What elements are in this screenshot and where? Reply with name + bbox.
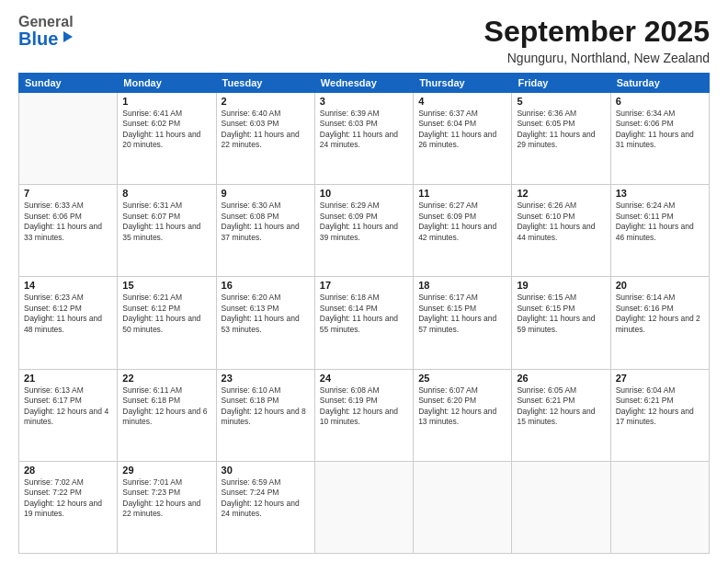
calendar-cell: 24Sunrise: 6:08 AMSunset: 6:19 PMDayligh… <box>314 369 413 461</box>
calendar-cell <box>512 461 610 553</box>
day-number: 25 <box>418 373 506 384</box>
week-row-0: 1Sunrise: 6:41 AMSunset: 6:02 PMDaylight… <box>19 93 710 185</box>
day-number: 2 <box>222 96 310 107</box>
month-title: September 2025 <box>484 15 710 49</box>
calendar-cell: 15Sunrise: 6:21 AMSunset: 6:12 PMDayligh… <box>118 277 216 369</box>
day-number: 11 <box>418 188 506 199</box>
calendar-cell <box>414 461 512 553</box>
calendar-header-row: SundayMondayTuesdayWednesdayThursdayFrid… <box>19 74 710 93</box>
calendar-cell: 17Sunrise: 6:18 AMSunset: 6:14 PMDayligh… <box>314 277 413 369</box>
day-number: 28 <box>24 465 112 476</box>
calendar-cell: 1Sunrise: 6:41 AMSunset: 6:02 PMDaylight… <box>118 93 216 185</box>
day-number: 26 <box>517 373 605 384</box>
calendar-cell: 25Sunrise: 6:07 AMSunset: 6:20 PMDayligh… <box>414 369 512 461</box>
day-number: 17 <box>320 280 408 291</box>
cell-info: Sunrise: 6:30 AMSunset: 6:08 PMDaylight:… <box>222 201 310 243</box>
calendar-cell: 12Sunrise: 6:26 AMSunset: 6:10 PMDayligh… <box>512 185 610 277</box>
calendar-cell: 22Sunrise: 6:11 AMSunset: 6:18 PMDayligh… <box>118 369 216 461</box>
col-header-saturday: Saturday <box>610 74 709 93</box>
day-number: 20 <box>616 280 704 291</box>
day-number: 13 <box>616 188 704 199</box>
calendar-cell: 8Sunrise: 6:31 AMSunset: 6:07 PMDaylight… <box>118 185 216 277</box>
page: General Blue September 2025 Ngunguru, No… <box>0 0 728 563</box>
title-area: September 2025 Ngunguru, Northland, New … <box>484 15 710 65</box>
calendar-cell: 3Sunrise: 6:39 AMSunset: 6:03 PMDaylight… <box>314 93 413 185</box>
day-number: 5 <box>517 96 605 107</box>
calendar-cell: 6Sunrise: 6:34 AMSunset: 6:06 PMDaylight… <box>610 93 709 185</box>
week-row-3: 21Sunrise: 6:13 AMSunset: 6:17 PMDayligh… <box>19 369 710 461</box>
cell-info: Sunrise: 6:29 AMSunset: 6:09 PMDaylight:… <box>320 201 408 243</box>
cell-info: Sunrise: 6:27 AMSunset: 6:09 PMDaylight:… <box>418 201 506 243</box>
calendar-cell <box>314 461 413 553</box>
location: Ngunguru, Northland, New Zealand <box>484 51 710 65</box>
cell-info: Sunrise: 7:01 AMSunset: 7:23 PMDaylight:… <box>122 477 210 520</box>
calendar-cell: 16Sunrise: 6:20 AMSunset: 6:13 PMDayligh… <box>216 277 314 369</box>
calendar-cell: 4Sunrise: 6:37 AMSunset: 6:04 PMDaylight… <box>414 93 512 185</box>
cell-info: Sunrise: 6:37 AMSunset: 6:04 PMDaylight:… <box>418 109 506 151</box>
cell-info: Sunrise: 6:39 AMSunset: 6:03 PMDaylight:… <box>320 109 408 151</box>
calendar-cell: 20Sunrise: 6:14 AMSunset: 6:16 PMDayligh… <box>610 277 709 369</box>
cell-info: Sunrise: 6:18 AMSunset: 6:14 PMDaylight:… <box>320 293 408 335</box>
day-number: 23 <box>222 373 310 384</box>
cell-info: Sunrise: 6:26 AMSunset: 6:10 PMDaylight:… <box>517 201 605 243</box>
day-number: 18 <box>418 280 506 291</box>
calendar-cell: 19Sunrise: 6:15 AMSunset: 6:15 PMDayligh… <box>512 277 610 369</box>
cell-info: Sunrise: 6:24 AMSunset: 6:11 PMDaylight:… <box>616 201 704 243</box>
cell-info: Sunrise: 6:04 AMSunset: 6:21 PMDaylight:… <box>616 385 704 428</box>
cell-info: Sunrise: 6:40 AMSunset: 6:03 PMDaylight:… <box>222 109 310 151</box>
cell-info: Sunrise: 6:17 AMSunset: 6:15 PMDaylight:… <box>418 293 506 335</box>
day-number: 3 <box>320 96 408 107</box>
cell-info: Sunrise: 6:21 AMSunset: 6:12 PMDaylight:… <box>122 293 210 335</box>
week-row-2: 14Sunrise: 6:23 AMSunset: 6:12 PMDayligh… <box>19 277 710 369</box>
logo-arrow-icon <box>60 29 76 45</box>
logo-general: General <box>18 15 76 29</box>
svg-marker-0 <box>63 31 73 42</box>
calendar-cell: 10Sunrise: 6:29 AMSunset: 6:09 PMDayligh… <box>314 185 413 277</box>
calendar-cell: 13Sunrise: 6:24 AMSunset: 6:11 PMDayligh… <box>610 185 709 277</box>
calendar-cell: 9Sunrise: 6:30 AMSunset: 6:08 PMDaylight… <box>216 185 314 277</box>
week-row-1: 7Sunrise: 6:33 AMSunset: 6:06 PMDaylight… <box>19 185 710 277</box>
day-number: 1 <box>122 96 210 107</box>
calendar-cell: 5Sunrise: 6:36 AMSunset: 6:05 PMDaylight… <box>512 93 610 185</box>
cell-info: Sunrise: 6:15 AMSunset: 6:15 PMDaylight:… <box>517 293 605 335</box>
cell-info: Sunrise: 6:33 AMSunset: 6:06 PMDaylight:… <box>24 201 112 243</box>
cell-info: Sunrise: 6:11 AMSunset: 6:18 PMDaylight:… <box>122 385 210 428</box>
day-number: 27 <box>616 373 704 384</box>
calendar-table: SundayMondayTuesdayWednesdayThursdayFrid… <box>18 73 710 554</box>
cell-info: Sunrise: 6:31 AMSunset: 6:07 PMDaylight:… <box>122 201 210 243</box>
calendar-cell: 29Sunrise: 7:01 AMSunset: 7:23 PMDayligh… <box>118 461 216 553</box>
day-number: 14 <box>24 280 112 291</box>
col-header-monday: Monday <box>118 74 216 93</box>
calendar-cell <box>610 461 709 553</box>
logo-blue: Blue <box>18 29 58 48</box>
day-number: 4 <box>418 96 506 107</box>
calendar-cell: 2Sunrise: 6:40 AMSunset: 6:03 PMDaylight… <box>216 93 314 185</box>
col-header-friday: Friday <box>512 74 610 93</box>
col-header-wednesday: Wednesday <box>314 74 413 93</box>
cell-info: Sunrise: 6:13 AMSunset: 6:17 PMDaylight:… <box>24 385 112 428</box>
calendar-cell: 14Sunrise: 6:23 AMSunset: 6:12 PMDayligh… <box>19 277 118 369</box>
day-number: 16 <box>222 280 310 291</box>
calendar-cell: 23Sunrise: 6:10 AMSunset: 6:18 PMDayligh… <box>216 369 314 461</box>
cell-info: Sunrise: 6:23 AMSunset: 6:12 PMDaylight:… <box>24 293 112 335</box>
cell-info: Sunrise: 6:10 AMSunset: 6:18 PMDaylight:… <box>222 385 310 428</box>
cell-info: Sunrise: 6:05 AMSunset: 6:21 PMDaylight:… <box>517 385 605 428</box>
day-number: 12 <box>517 188 605 199</box>
cell-info: Sunrise: 6:14 AMSunset: 6:16 PMDaylight:… <box>616 293 704 335</box>
cell-info: Sunrise: 6:36 AMSunset: 6:05 PMDaylight:… <box>517 109 605 151</box>
col-header-tuesday: Tuesday <box>216 74 314 93</box>
cell-info: Sunrise: 6:59 AMSunset: 7:24 PMDaylight:… <box>222 477 310 520</box>
cell-info: Sunrise: 6:20 AMSunset: 6:13 PMDaylight:… <box>222 293 310 335</box>
calendar-cell: 27Sunrise: 6:04 AMSunset: 6:21 PMDayligh… <box>610 369 709 461</box>
logo-text: General Blue <box>18 15 76 48</box>
calendar-cell: 28Sunrise: 7:02 AMSunset: 7:22 PMDayligh… <box>19 461 118 553</box>
calendar-cell <box>19 93 118 185</box>
cell-info: Sunrise: 7:02 AMSunset: 7:22 PMDaylight:… <box>24 477 112 520</box>
day-number: 22 <box>122 373 210 384</box>
week-row-4: 28Sunrise: 7:02 AMSunset: 7:22 PMDayligh… <box>19 461 710 553</box>
day-number: 24 <box>320 373 408 384</box>
day-number: 30 <box>222 465 310 476</box>
col-header-sunday: Sunday <box>19 74 118 93</box>
day-number: 15 <box>122 280 210 291</box>
cell-info: Sunrise: 6:07 AMSunset: 6:20 PMDaylight:… <box>418 385 506 428</box>
